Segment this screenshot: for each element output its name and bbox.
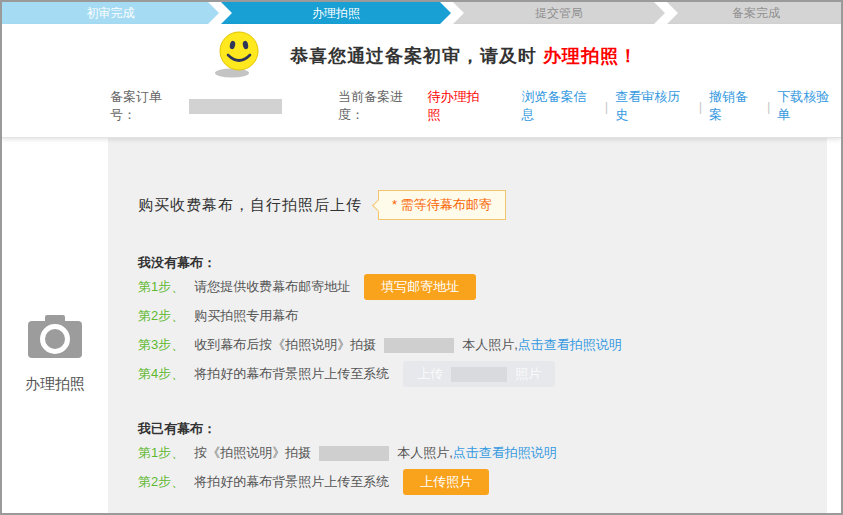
step-row-2: 第2步、 将拍好的幕布背景照片上传至系统 上传照片 <box>138 468 807 496</box>
sidebar-label: 办理拍照 <box>2 375 108 394</box>
progress-step-pending: 提交管局 <box>453 2 665 24</box>
step-number: 第1步、 <box>138 444 184 462</box>
order-info-row: 备案订单号： 当前备案进度： 待办理拍照 浏览备案信息 | 查看审核历史 | 撤… <box>110 88 841 124</box>
curtain-mailing-badge: * 需等待幕布邮寄 <box>378 190 506 220</box>
upload-photo-disabled-button: 上传 照片 <box>403 361 555 387</box>
progress-step-label: 初审完成 <box>87 6 135 20</box>
step-row-4: 第4步、 将拍好的幕布背景照片上传至系统 上传 照片 <box>138 360 807 388</box>
congrats-highlight: 办理拍照！ <box>543 46 638 66</box>
progress-step-label: 备案完成 <box>732 6 780 20</box>
button-text: 照片 <box>515 365 541 383</box>
divider: | <box>699 99 702 114</box>
congrats-row: 恭喜您通过备案初审，请及时 办理拍照！ <box>212 24 841 76</box>
step-text: 购买拍照专用幕布 <box>194 307 298 325</box>
link-review-history[interactable]: 查看审核历史 <box>615 88 691 124</box>
step-row-1: 第1步、 按《拍照说明》拍摄 本人照片, 点击查看拍照说明 <box>138 439 807 467</box>
progress-step-done: 初审完成 <box>2 2 219 24</box>
progress-step-label: 提交管局 <box>535 6 583 20</box>
link-view-filing-info[interactable]: 浏览备案信息 <box>521 88 597 124</box>
view-photo-instructions-link[interactable]: 点击查看拍照说明 <box>453 444 557 462</box>
progress-step-label: 办理拍照 <box>312 6 360 20</box>
progress-step-active: 办理拍照 <box>221 2 451 24</box>
step-text: 将拍好的幕布背景照片上传至系统 <box>194 365 389 383</box>
progress-status-value: 待办理拍照 <box>428 88 492 124</box>
congrats-prefix: 恭喜您通过备案初审，请及时 <box>290 46 543 66</box>
step-number: 第1步、 <box>138 278 184 296</box>
step-number: 第2步、 <box>138 473 184 491</box>
step-row-1: 第1步、 请您提供收费幕布邮寄地址 填写邮寄地址 <box>138 273 807 301</box>
smiley-icon <box>212 29 264 83</box>
progress-status-label: 当前备案进度： <box>338 88 427 124</box>
step-number: 第2步、 <box>138 307 184 325</box>
step-text: 按《拍照说明》拍摄 <box>194 444 311 462</box>
order-number-label: 备案订单号： <box>110 88 187 124</box>
button-text: 上传 <box>417 365 443 383</box>
step-text: 将拍好的幕布背景照片上传至系统 <box>194 473 389 491</box>
progress-step-pending: 备案完成 <box>667 2 843 24</box>
icp-filing-page: 初审完成 办理拍照 提交管局 备案完成 恭喜您通过备案初审，请及时 办理拍照！ … <box>0 0 843 515</box>
congrats-message: 恭喜您通过备案初审，请及时 办理拍照！ <box>290 44 638 68</box>
photo-steps-panel: 购买收费幕布，自行拍照后上传 * 需等待幕布邮寄 我没有幕布： 第1步、 请您提… <box>108 138 827 513</box>
no-curtain-heading: 我没有幕布： <box>138 254 807 272</box>
link-cancel-filing[interactable]: 撤销备案 <box>709 88 760 124</box>
upload-photo-button[interactable]: 上传照片 <box>403 469 489 495</box>
step-text: 本人照片, <box>397 444 453 462</box>
masked-person-name <box>319 446 389 461</box>
step-row-2: 第2步、 购买拍照专用幕布 <box>138 302 807 330</box>
panel-title-row: 购买收费幕布，自行拍照后上传 * 需等待幕布邮寄 <box>138 190 807 220</box>
sidebar: 办理拍照 <box>2 138 108 513</box>
progress-steps-bar: 初审完成 办理拍照 提交管局 备案完成 <box>2 2 841 24</box>
panel-title: 购买收费幕布，自行拍照后上传 <box>138 196 362 215</box>
view-photo-instructions-link[interactable]: 点击查看拍照说明 <box>518 336 622 354</box>
step-number: 第3步、 <box>138 336 184 354</box>
divider: | <box>767 99 770 114</box>
step-text: 请您提供收费幕布邮寄地址 <box>194 278 350 296</box>
masked-order-number <box>189 99 282 114</box>
status-header: 恭喜您通过备案初审，请及时 办理拍照！ 备案订单号： 当前备案进度： 待办理拍照… <box>2 24 841 138</box>
masked-person-name <box>451 367 507 382</box>
divider: | <box>605 99 608 114</box>
step-text: 收到幕布后按《拍照说明》拍摄 <box>194 336 376 354</box>
masked-person-name <box>384 338 454 353</box>
fill-mailing-address-button[interactable]: 填写邮寄地址 <box>364 274 476 300</box>
has-curtain-heading: 我已有幕布： <box>138 420 807 438</box>
content-area: 办理拍照 购买收费幕布，自行拍照后上传 * 需等待幕布邮寄 我没有幕布： 第1步… <box>2 138 841 513</box>
link-download-verification[interactable]: 下载核验单 <box>777 88 841 124</box>
step-row-3: 第3步、 收到幕布后按《拍照说明》拍摄 本人照片, 点击查看拍照说明 <box>138 331 807 359</box>
camera-icon <box>25 345 85 362</box>
step-number: 第4步、 <box>138 365 184 383</box>
step-text: 本人照片, <box>462 336 518 354</box>
header-links: 浏览备案信息 | 查看审核历史 | 撤销备案 | 下载核验单 <box>521 88 841 124</box>
